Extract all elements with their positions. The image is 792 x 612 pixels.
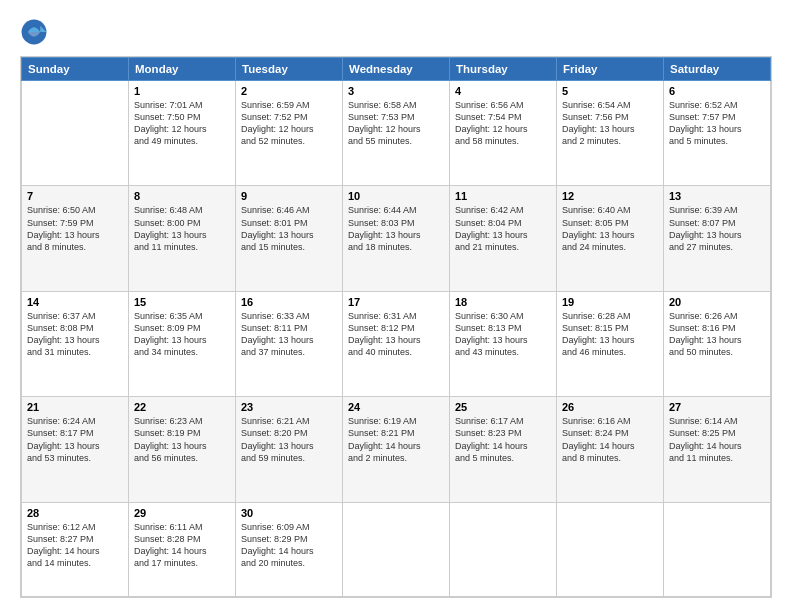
weekday-monday: Monday bbox=[129, 58, 236, 81]
day-info: Sunrise: 6:17 AMSunset: 8:23 PMDaylight:… bbox=[455, 415, 551, 464]
calendar-cell: 12Sunrise: 6:40 AMSunset: 8:05 PMDayligh… bbox=[557, 186, 664, 291]
weekday-friday: Friday bbox=[557, 58, 664, 81]
day-number: 20 bbox=[669, 296, 765, 308]
calendar-cell: 28Sunrise: 6:12 AMSunset: 8:27 PMDayligh… bbox=[22, 502, 129, 596]
day-number: 27 bbox=[669, 401, 765, 413]
day-info: Sunrise: 6:35 AMSunset: 8:09 PMDaylight:… bbox=[134, 310, 230, 359]
day-info: Sunrise: 6:37 AMSunset: 8:08 PMDaylight:… bbox=[27, 310, 123, 359]
day-info: Sunrise: 6:26 AMSunset: 8:16 PMDaylight:… bbox=[669, 310, 765, 359]
day-number: 18 bbox=[455, 296, 551, 308]
weekday-tuesday: Tuesday bbox=[236, 58, 343, 81]
calendar-cell: 21Sunrise: 6:24 AMSunset: 8:17 PMDayligh… bbox=[22, 397, 129, 502]
day-number: 21 bbox=[27, 401, 123, 413]
calendar-cell: 17Sunrise: 6:31 AMSunset: 8:12 PMDayligh… bbox=[343, 291, 450, 396]
day-info: Sunrise: 7:01 AMSunset: 7:50 PMDaylight:… bbox=[134, 99, 230, 148]
calendar-cell: 26Sunrise: 6:16 AMSunset: 8:24 PMDayligh… bbox=[557, 397, 664, 502]
calendar-cell: 23Sunrise: 6:21 AMSunset: 8:20 PMDayligh… bbox=[236, 397, 343, 502]
day-number: 7 bbox=[27, 190, 123, 202]
day-number: 13 bbox=[669, 190, 765, 202]
calendar-cell: 24Sunrise: 6:19 AMSunset: 8:21 PMDayligh… bbox=[343, 397, 450, 502]
calendar-week-row: 7Sunrise: 6:50 AMSunset: 7:59 PMDaylight… bbox=[22, 186, 771, 291]
day-number: 15 bbox=[134, 296, 230, 308]
calendar-cell: 16Sunrise: 6:33 AMSunset: 8:11 PMDayligh… bbox=[236, 291, 343, 396]
header bbox=[20, 18, 772, 46]
day-number: 26 bbox=[562, 401, 658, 413]
calendar-cell: 7Sunrise: 6:50 AMSunset: 7:59 PMDaylight… bbox=[22, 186, 129, 291]
day-info: Sunrise: 6:21 AMSunset: 8:20 PMDaylight:… bbox=[241, 415, 337, 464]
day-info: Sunrise: 6:40 AMSunset: 8:05 PMDaylight:… bbox=[562, 204, 658, 253]
calendar-cell: 22Sunrise: 6:23 AMSunset: 8:19 PMDayligh… bbox=[129, 397, 236, 502]
calendar-cell: 5Sunrise: 6:54 AMSunset: 7:56 PMDaylight… bbox=[557, 81, 664, 186]
day-number: 4 bbox=[455, 85, 551, 97]
weekday-saturday: Saturday bbox=[664, 58, 771, 81]
day-info: Sunrise: 6:33 AMSunset: 8:11 PMDaylight:… bbox=[241, 310, 337, 359]
calendar-cell: 19Sunrise: 6:28 AMSunset: 8:15 PMDayligh… bbox=[557, 291, 664, 396]
day-info: Sunrise: 6:24 AMSunset: 8:17 PMDaylight:… bbox=[27, 415, 123, 464]
day-info: Sunrise: 6:58 AMSunset: 7:53 PMDaylight:… bbox=[348, 99, 444, 148]
calendar-cell bbox=[22, 81, 129, 186]
calendar-cell: 13Sunrise: 6:39 AMSunset: 8:07 PMDayligh… bbox=[664, 186, 771, 291]
calendar-cell: 14Sunrise: 6:37 AMSunset: 8:08 PMDayligh… bbox=[22, 291, 129, 396]
day-number: 22 bbox=[134, 401, 230, 413]
calendar-page: SundayMondayTuesdayWednesdayThursdayFrid… bbox=[0, 0, 792, 612]
calendar-cell: 20Sunrise: 6:26 AMSunset: 8:16 PMDayligh… bbox=[664, 291, 771, 396]
day-info: Sunrise: 6:48 AMSunset: 8:00 PMDaylight:… bbox=[134, 204, 230, 253]
calendar-table: SundayMondayTuesdayWednesdayThursdayFrid… bbox=[21, 57, 771, 597]
day-number: 19 bbox=[562, 296, 658, 308]
calendar-cell: 11Sunrise: 6:42 AMSunset: 8:04 PMDayligh… bbox=[450, 186, 557, 291]
weekday-thursday: Thursday bbox=[450, 58, 557, 81]
calendar: SundayMondayTuesdayWednesdayThursdayFrid… bbox=[20, 56, 772, 598]
calendar-cell: 6Sunrise: 6:52 AMSunset: 7:57 PMDaylight… bbox=[664, 81, 771, 186]
day-info: Sunrise: 6:16 AMSunset: 8:24 PMDaylight:… bbox=[562, 415, 658, 464]
day-info: Sunrise: 6:59 AMSunset: 7:52 PMDaylight:… bbox=[241, 99, 337, 148]
day-number: 3 bbox=[348, 85, 444, 97]
day-number: 17 bbox=[348, 296, 444, 308]
weekday-sunday: Sunday bbox=[22, 58, 129, 81]
day-info: Sunrise: 6:39 AMSunset: 8:07 PMDaylight:… bbox=[669, 204, 765, 253]
day-number: 8 bbox=[134, 190, 230, 202]
calendar-cell: 2Sunrise: 6:59 AMSunset: 7:52 PMDaylight… bbox=[236, 81, 343, 186]
day-number: 25 bbox=[455, 401, 551, 413]
calendar-body: 1Sunrise: 7:01 AMSunset: 7:50 PMDaylight… bbox=[22, 81, 771, 597]
calendar-week-row: 1Sunrise: 7:01 AMSunset: 7:50 PMDaylight… bbox=[22, 81, 771, 186]
day-info: Sunrise: 6:50 AMSunset: 7:59 PMDaylight:… bbox=[27, 204, 123, 253]
day-number: 30 bbox=[241, 507, 337, 519]
day-number: 9 bbox=[241, 190, 337, 202]
day-info: Sunrise: 6:54 AMSunset: 7:56 PMDaylight:… bbox=[562, 99, 658, 148]
day-info: Sunrise: 6:09 AMSunset: 8:29 PMDaylight:… bbox=[241, 521, 337, 570]
day-info: Sunrise: 6:12 AMSunset: 8:27 PMDaylight:… bbox=[27, 521, 123, 570]
calendar-cell: 15Sunrise: 6:35 AMSunset: 8:09 PMDayligh… bbox=[129, 291, 236, 396]
day-info: Sunrise: 6:19 AMSunset: 8:21 PMDaylight:… bbox=[348, 415, 444, 464]
day-number: 28 bbox=[27, 507, 123, 519]
calendar-week-row: 14Sunrise: 6:37 AMSunset: 8:08 PMDayligh… bbox=[22, 291, 771, 396]
day-info: Sunrise: 6:28 AMSunset: 8:15 PMDaylight:… bbox=[562, 310, 658, 359]
day-info: Sunrise: 6:30 AMSunset: 8:13 PMDaylight:… bbox=[455, 310, 551, 359]
day-number: 2 bbox=[241, 85, 337, 97]
day-info: Sunrise: 6:31 AMSunset: 8:12 PMDaylight:… bbox=[348, 310, 444, 359]
day-info: Sunrise: 6:11 AMSunset: 8:28 PMDaylight:… bbox=[134, 521, 230, 570]
calendar-cell: 8Sunrise: 6:48 AMSunset: 8:00 PMDaylight… bbox=[129, 186, 236, 291]
day-number: 24 bbox=[348, 401, 444, 413]
day-number: 29 bbox=[134, 507, 230, 519]
calendar-cell: 30Sunrise: 6:09 AMSunset: 8:29 PMDayligh… bbox=[236, 502, 343, 596]
calendar-week-row: 28Sunrise: 6:12 AMSunset: 8:27 PMDayligh… bbox=[22, 502, 771, 596]
day-number: 6 bbox=[669, 85, 765, 97]
day-info: Sunrise: 6:14 AMSunset: 8:25 PMDaylight:… bbox=[669, 415, 765, 464]
calendar-cell: 1Sunrise: 7:01 AMSunset: 7:50 PMDaylight… bbox=[129, 81, 236, 186]
calendar-cell bbox=[450, 502, 557, 596]
day-number: 10 bbox=[348, 190, 444, 202]
day-info: Sunrise: 6:23 AMSunset: 8:19 PMDaylight:… bbox=[134, 415, 230, 464]
weekday-wednesday: Wednesday bbox=[343, 58, 450, 81]
calendar-cell: 29Sunrise: 6:11 AMSunset: 8:28 PMDayligh… bbox=[129, 502, 236, 596]
calendar-cell: 10Sunrise: 6:44 AMSunset: 8:03 PMDayligh… bbox=[343, 186, 450, 291]
calendar-week-row: 21Sunrise: 6:24 AMSunset: 8:17 PMDayligh… bbox=[22, 397, 771, 502]
calendar-cell: 3Sunrise: 6:58 AMSunset: 7:53 PMDaylight… bbox=[343, 81, 450, 186]
day-number: 12 bbox=[562, 190, 658, 202]
calendar-header: SundayMondayTuesdayWednesdayThursdayFrid… bbox=[22, 58, 771, 81]
calendar-cell: 9Sunrise: 6:46 AMSunset: 8:01 PMDaylight… bbox=[236, 186, 343, 291]
calendar-cell bbox=[557, 502, 664, 596]
calendar-cell bbox=[343, 502, 450, 596]
day-number: 5 bbox=[562, 85, 658, 97]
day-number: 23 bbox=[241, 401, 337, 413]
calendar-cell bbox=[664, 502, 771, 596]
